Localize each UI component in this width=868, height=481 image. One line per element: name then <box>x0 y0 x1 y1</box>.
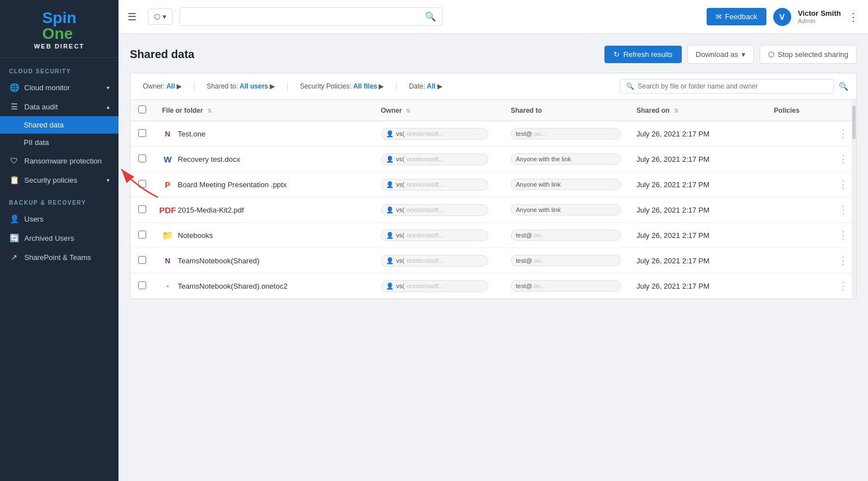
row-more-icon[interactable]: ⋮ <box>838 254 848 267</box>
user-icon: 👤 <box>9 214 19 223</box>
shared-to-filter[interactable]: Shared to: All users ▶ <box>202 80 279 92</box>
row-checkbox[interactable] <box>138 155 146 162</box>
shared-to-chip: test@.on... <box>511 230 621 241</box>
row-checkbox-cell[interactable] <box>130 147 154 172</box>
user-name: Victor Smith <box>798 9 841 17</box>
owner-domain: onmicrosoft... <box>406 130 444 137</box>
select-all-checkbox[interactable] <box>138 105 146 113</box>
row-more-icon[interactable]: ⋮ <box>838 280 848 292</box>
share-chevron-icon: ▾ <box>163 12 166 21</box>
file-search-box[interactable]: 🔍 <box>620 79 834 94</box>
shared-to-chip: test@.on... <box>511 280 621 292</box>
sidebar-item-pii-data-label: PII data <box>24 138 49 147</box>
download-button[interactable]: Download as ▾ <box>687 45 754 64</box>
sidebar-item-data-audit[interactable]: ☰ Data audit ▴ <box>0 97 119 116</box>
more-options-icon[interactable]: ⋮ <box>848 10 859 24</box>
date-filter-value: All <box>427 82 435 90</box>
sidebar-item-security-policies[interactable]: 📋 Security policies ▾ <box>0 170 119 189</box>
sharedon-sort-icon[interactable]: ⇅ <box>674 108 678 114</box>
owner-user: vs( <box>396 257 405 264</box>
policies-cell <box>766 121 830 147</box>
shared-on-date: July 26, 2021 2:17 PM <box>637 130 709 138</box>
owner-cell: 👤 vs( onmicrosoft... <box>373 147 503 172</box>
file-name-cell: PDF 2015-Media-Kit2.pdf <box>154 197 373 223</box>
row-checkbox[interactable] <box>138 180 146 188</box>
sidebar-item-archived-users[interactable]: 🔄 Archived Users <box>0 228 119 248</box>
row-checkbox[interactable] <box>138 231 146 239</box>
table-row: 📁 Notebooks 👤 vs( onmicrosoft... test@.o… <box>130 223 856 248</box>
shared-to-cell: Anyone with the link <box>503 147 629 172</box>
search-input[interactable] <box>186 12 420 21</box>
row-checkbox[interactable] <box>138 205 146 213</box>
menu-icon[interactable]: ☰ <box>128 11 137 23</box>
row-more-icon[interactable]: ⋮ <box>838 178 848 191</box>
policy-icon: 📋 <box>9 175 19 184</box>
date-filter[interactable]: Date: All ▶ <box>405 80 447 92</box>
topbar-search-box[interactable]: 🔍 <box>179 7 442 26</box>
shared-on-cell: July 26, 2021 2:17 PM <box>629 147 766 172</box>
row-checkbox[interactable] <box>138 256 146 264</box>
sidebar-item-ransomware[interactable]: 🛡 Ransomware protection <box>0 151 119 170</box>
owner-sort-icon[interactable]: ⇅ <box>406 108 410 114</box>
user-person-icon: 👤 <box>386 257 394 264</box>
select-all-header[interactable] <box>130 100 154 121</box>
sidebar-item-pii-data[interactable]: PII data <box>0 134 119 151</box>
row-checkbox-cell[interactable] <box>130 248 154 273</box>
vertical-scrollbar[interactable] <box>852 100 856 299</box>
stop-sharing-button[interactable]: ⬡ Stop selected sharing <box>760 45 857 64</box>
search-submit-icon[interactable]: 🔍 <box>839 82 848 91</box>
sidebar-item-shared-data[interactable]: Shared data <box>0 116 119 134</box>
row-checkbox-cell[interactable] <box>130 121 154 147</box>
owner-chip: 👤 vs( onmicrosoft... <box>381 255 488 267</box>
sidebar-item-users-label: Users <box>24 215 109 223</box>
owner-domain: onmicrosoft... <box>406 232 444 239</box>
owner-user: vs( <box>396 283 405 289</box>
files-table: File or folder ⇅ Owner ⇅ Shared to Share… <box>130 100 856 299</box>
sidebar-item-cloud-monitor[interactable]: 🌐 Cloud monitor ▾ <box>0 78 119 97</box>
date-chevron: ▶ <box>437 82 442 90</box>
row-checkbox-cell[interactable] <box>130 197 154 223</box>
sidebar-item-ransomware-label: Ransomware protection <box>24 157 109 165</box>
sharepoint-icon: ↗ <box>9 253 19 262</box>
row-checkbox-cell[interactable] <box>130 172 154 197</box>
row-checkbox[interactable] <box>138 129 146 137</box>
file-type-icon: N <box>162 128 173 139</box>
shared-to-chip: test@.on... <box>511 255 621 266</box>
owner-user: vs( <box>396 156 405 162</box>
owner-chip: 👤 vs( onmicrosoft... <box>381 128 488 140</box>
shared-to-cell: Anyone with link <box>503 197 629 223</box>
owner-domain: onmicrosoft... <box>406 257 444 264</box>
policies-cell <box>766 197 830 223</box>
owner-cell: 👤 vs( onmicrosoft... <box>373 121 503 147</box>
feedback-button[interactable]: ✉ Feedback <box>707 8 766 25</box>
row-checkbox-cell[interactable] <box>130 223 154 248</box>
row-more-icon[interactable]: ⋮ <box>838 229 848 241</box>
user-person-icon: 👤 <box>386 156 394 163</box>
policies-cell <box>766 147 830 172</box>
row-more-icon[interactable]: ⋮ <box>838 204 848 216</box>
row-checkbox-cell[interactable] <box>130 273 154 299</box>
file-search-input[interactable] <box>638 82 828 90</box>
table-row: N Test.one 👤 vs( onmicrosoft... test@.on… <box>130 121 856 147</box>
table-row: ▪ TeamsNotebook(Shared).onetoc2 👤 vs( on… <box>130 273 856 299</box>
security-policies-filter[interactable]: Security Policies: All files ▶ <box>295 80 388 92</box>
shared-to-cell: test@.on... <box>503 223 629 248</box>
chevron-down-icon: ▾ <box>107 85 109 91</box>
row-checkbox[interactable] <box>138 281 146 289</box>
file-type-icon: ▪ <box>162 280 173 292</box>
stop-icon: ⬡ <box>768 50 774 59</box>
owner-chip: 👤 vs( onmicrosoft... <box>381 204 488 216</box>
sidebar-item-users[interactable]: 👤 Users <box>0 209 119 228</box>
content-header: Shared data ↻ Refresh results Download a… <box>130 45 857 64</box>
owner-filter-value: All <box>166 82 175 90</box>
owner-domain: onmicrosoft... <box>406 283 444 289</box>
user-avatar[interactable]: V <box>773 8 791 26</box>
owner-filter[interactable]: Owner: All ▶ <box>138 80 186 92</box>
row-more-icon[interactable]: ⋮ <box>838 127 848 140</box>
row-more-icon[interactable]: ⋮ <box>838 153 848 165</box>
owner-user: vs( <box>396 232 405 239</box>
share-dropdown-button[interactable]: ⬡ ▾ <box>148 8 173 25</box>
file-sort-icon[interactable]: ⇅ <box>207 108 212 114</box>
sidebar-item-sharepoint[interactable]: ↗ SharePoint & Teams <box>0 248 119 267</box>
refresh-button[interactable]: ↻ Refresh results <box>604 46 681 63</box>
